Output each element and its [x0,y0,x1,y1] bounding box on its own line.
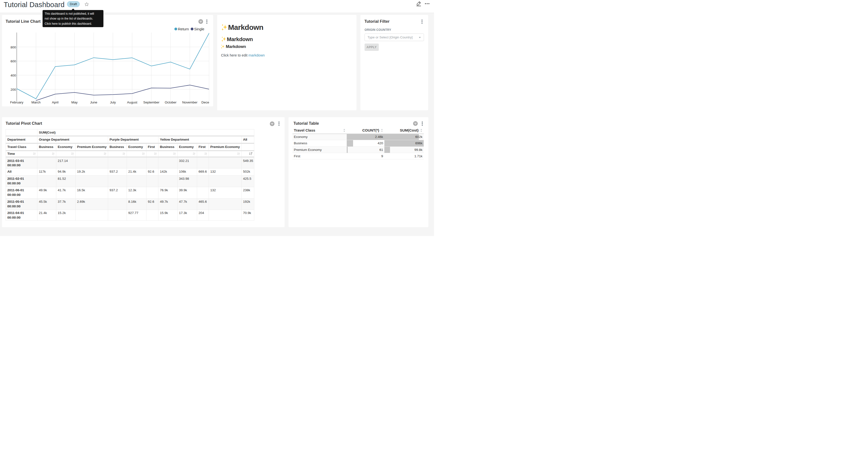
svg-text:April: April [52,100,58,104]
svg-text:July: July [110,100,116,104]
svg-text:800: 800 [10,46,16,49]
svg-text:December: December [202,100,209,104]
svg-text:March: March [31,100,40,104]
svg-text:August: August [127,100,137,104]
svg-text:October: October [165,100,177,104]
svg-text:February: February [10,100,23,104]
svg-text:400: 400 [10,73,16,77]
svg-text:200: 200 [10,88,16,91]
svg-text:Single: Single [194,27,205,31]
svg-text:600: 600 [10,59,16,63]
svg-text:June: June [90,100,97,104]
svg-text:May: May [71,100,78,104]
svg-text:November: November [182,100,197,104]
svg-text:Return: Return [178,27,189,31]
svg-text:September: September [143,100,160,104]
